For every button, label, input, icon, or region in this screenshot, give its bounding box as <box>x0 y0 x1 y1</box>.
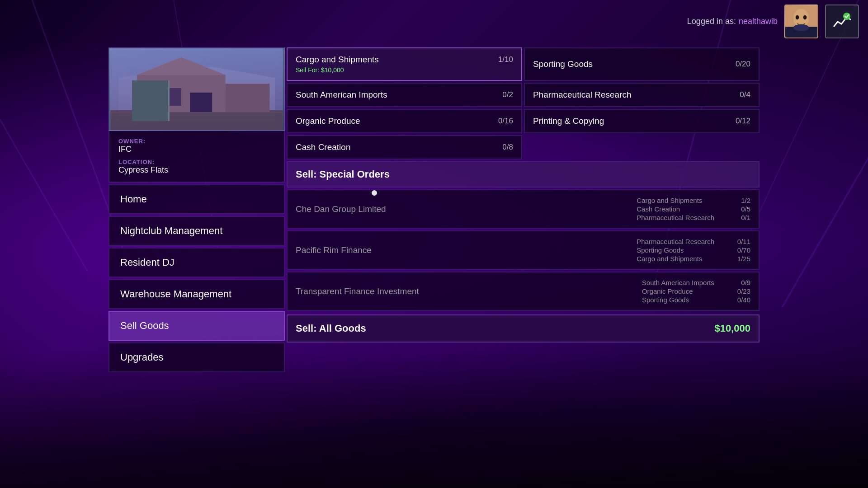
order-detail-row: Organic Produce 0/23 <box>642 287 750 295</box>
property-info: OWNER: IFC LOCATION: Cypress Flats <box>108 131 285 183</box>
goods-sa-count: 0/2 <box>502 90 513 99</box>
detail-count: 0/23 <box>728 287 750 295</box>
order-pacific-name: Pacific Rim Finance <box>296 245 637 255</box>
goods-item-printing[interactable]: Printing & Copying 0/12 <box>524 109 760 133</box>
nav-item-upgrades[interactable]: Upgrades <box>108 343 285 372</box>
owner-label: OWNER: <box>118 138 275 145</box>
detail-count: 0/5 <box>728 205 750 213</box>
goods-sporting-name: Sporting Goods <box>533 59 593 69</box>
order-pacific-details: Pharmaceutical Research 0/11 Sporting Go… <box>637 238 750 263</box>
order-che-dan-name: Che Dan Group Limited <box>296 204 637 214</box>
detail-name: Organic Produce <box>642 287 693 295</box>
goods-printing-name: Printing & Copying <box>533 116 604 126</box>
nav-item-nightclub[interactable]: Nightclub Management <box>108 216 285 246</box>
detail-name: Cargo and Shipments <box>637 255 702 263</box>
order-item-che-dan[interactable]: Che Dan Group Limited Cargo and Shipment… <box>287 189 760 229</box>
sidebar: OWNER: IFC LOCATION: Cypress Flats Home … <box>108 47 285 372</box>
goods-grid: Cargo and Shipments 1/10 Sell For: $10,0… <box>287 47 760 160</box>
detail-count: 0/11 <box>728 238 750 245</box>
special-orders-list: Che Dan Group Limited Cargo and Shipment… <box>287 189 760 311</box>
detail-count: 0/40 <box>728 296 750 304</box>
order-detail-row: Sporting Goods 0/70 <box>637 246 750 254</box>
stats-button[interactable] <box>825 5 859 38</box>
nav-menu: Home Nightclub Management Resident DJ Wa… <box>108 184 285 372</box>
goods-cash-name: Cash Creation <box>296 142 350 152</box>
goods-item-organic[interactable]: Organic Produce 0/16 <box>287 109 522 133</box>
sell-all-price: $10,000 <box>714 323 750 334</box>
detail-name: Sporting Goods <box>637 246 684 254</box>
order-che-dan-details: Cargo and Shipments 1/2 Cash Creation 0/… <box>637 197 750 221</box>
username-display: nealthawib <box>739 17 778 26</box>
goods-cargo-count: 1/10 <box>498 55 513 64</box>
nav-item-sell[interactable]: Sell Goods <box>108 311 285 341</box>
order-transparent-name: Transparent Finance Investment <box>296 286 642 296</box>
detail-count: 0/70 <box>728 246 750 254</box>
goods-cargo-name: Cargo and Shipments <box>296 55 379 65</box>
detail-name: Pharmaceutical Research <box>637 238 714 245</box>
login-info: Logged in as: nealthawib <box>687 17 778 26</box>
order-item-transparent[interactable]: Transparent Finance Investment South Ame… <box>287 272 760 311</box>
order-item-pacific-rim[interactable]: Pacific Rim Finance Pharmaceutical Resea… <box>287 230 760 270</box>
special-orders-header: Sell: Special Orders <box>287 161 760 188</box>
nav-item-warehouse[interactable]: Warehouse Management <box>108 279 285 309</box>
order-transparent-details: South American Imports 0/9 Organic Produ… <box>642 279 750 304</box>
goods-cargo-sell-for: Sell For: $10,000 <box>296 66 344 74</box>
main-layout: OWNER: IFC LOCATION: Cypress Flats Home … <box>0 47 868 488</box>
goods-sa-name: South American Imports <box>296 90 387 100</box>
content-area: Cargo and Shipments 1/10 Sell For: $10,0… <box>287 47 760 343</box>
nav-item-home[interactable]: Home <box>108 184 285 214</box>
goods-item-cash[interactable]: Cash Creation 0/8 <box>287 135 522 160</box>
location-label: LOCATION: <box>118 159 275 165</box>
svg-point-2 <box>796 15 799 19</box>
goods-item-pharma[interactable]: Pharmaceutical Research 0/4 <box>524 83 760 107</box>
goods-printing-count: 0/12 <box>736 117 750 126</box>
order-detail-row: Cargo and Shipments 1/2 <box>637 197 750 204</box>
detail-name: Pharmaceutical Research <box>637 214 714 221</box>
goods-cash-count: 0/8 <box>502 143 513 152</box>
detail-name: Sporting Goods <box>642 296 689 304</box>
svg-rect-12 <box>146 88 159 106</box>
sell-all-button[interactable]: Sell: All Goods $10,000 <box>287 314 760 343</box>
detail-count: 0/1 <box>728 214 750 221</box>
goods-organic-count: 0/16 <box>498 117 513 126</box>
detail-count: 1/25 <box>728 255 750 263</box>
goods-item-sa-imports[interactable]: South American Imports 0/2 <box>287 83 522 107</box>
detail-count: 1/2 <box>728 197 750 204</box>
goods-sporting-count: 0/20 <box>736 60 750 69</box>
order-detail-row: Sporting Goods 0/40 <box>642 296 750 304</box>
goods-pharma-name: Pharmaceutical Research <box>533 90 632 100</box>
detail-name: Cash Creation <box>637 205 680 213</box>
order-detail-row: Pharmaceutical Research 0/1 <box>637 214 750 221</box>
svg-point-5 <box>793 24 809 31</box>
goods-item-sporting[interactable]: Sporting Goods 0/20 <box>524 47 760 81</box>
location-value: Cypress Flats <box>118 165 275 175</box>
avatar-face <box>785 5 817 38</box>
sell-all-label: Sell: All Goods <box>296 323 366 334</box>
nav-item-dj[interactable]: Resident DJ <box>108 248 285 277</box>
detail-name: South American Imports <box>642 279 714 286</box>
order-detail-row: South American Imports 0/9 <box>642 279 750 286</box>
detail-count: 0/9 <box>728 279 750 286</box>
order-detail-row: Cargo and Shipments 1/25 <box>637 255 750 263</box>
order-detail-row: Pharmaceutical Research 0/11 <box>637 238 750 245</box>
property-image <box>108 47 285 131</box>
goods-item-cargo[interactable]: Cargo and Shipments 1/10 Sell For: $10,0… <box>287 47 522 81</box>
goods-organic-name: Organic Produce <box>296 116 360 126</box>
goods-empty-cell <box>524 135 760 160</box>
owner-value: IFC <box>118 145 275 154</box>
top-bar: Logged in as: nealthawib <box>0 0 868 43</box>
svg-point-3 <box>803 15 807 19</box>
logged-in-label: Logged in as: <box>687 17 736 26</box>
avatar <box>784 5 818 38</box>
svg-rect-16 <box>110 48 283 130</box>
goods-pharma-count: 0/4 <box>740 90 750 99</box>
order-detail-row: Cash Creation 0/5 <box>637 205 750 213</box>
detail-name: Cargo and Shipments <box>637 197 702 204</box>
